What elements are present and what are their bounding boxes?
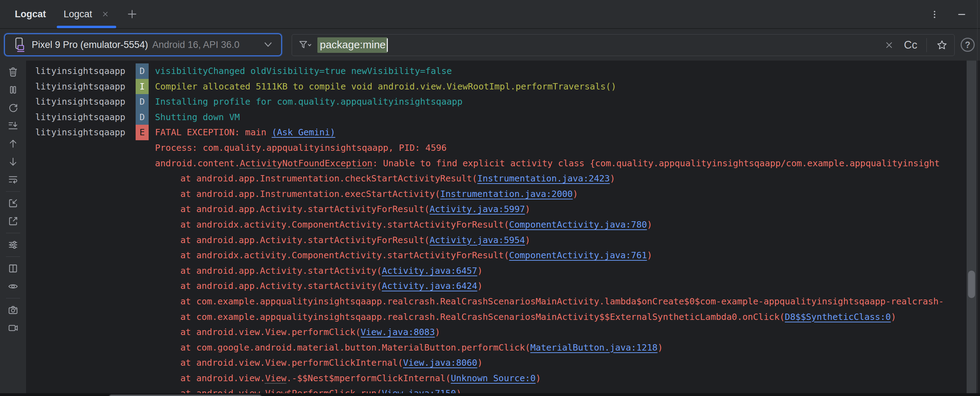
log-tag (26, 309, 135, 325)
take-screenshot-button[interactable] (7, 304, 19, 316)
log-text: at android.view. (180, 373, 265, 383)
kebab-menu-icon[interactable] (930, 8, 939, 21)
record-screen-button[interactable] (7, 322, 19, 334)
scroll-to-end-button[interactable] (7, 120, 19, 131)
log-view[interactable]: lityinsightsqaappDvisibilityChanged oldV… (26, 60, 980, 396)
match-case-button[interactable]: Cc (904, 39, 917, 51)
log-tag: lityinsightsqaapp (26, 79, 135, 94)
new-tab-button[interactable] (126, 8, 138, 20)
log-message: Compiler allocated 5111KB to compile voi… (149, 79, 980, 94)
log-text: at com.google.android.material.button.Ma… (180, 342, 530, 353)
clear-filter-icon[interactable] (884, 40, 894, 50)
log-text: at androidx.activity.ComponentActivity.s… (180, 250, 509, 260)
log-text: ) (535, 373, 541, 383)
log-tag (26, 202, 135, 217)
soft-wrap-button[interactable] (7, 174, 19, 185)
log-message: at com.google.android.material.button.Ma… (149, 340, 980, 355)
next-occurrence-button[interactable] (7, 156, 19, 167)
horizontal-scrollbar-thumb[interactable] (108, 394, 262, 396)
stacktrace-link[interactable]: Instrumentation.java:2423 (477, 173, 610, 184)
vertical-scrollbar-thumb[interactable] (968, 270, 975, 298)
stacktrace-link[interactable]: Activity.java:6424 (382, 281, 477, 291)
window-right-border (977, 0, 978, 396)
log-tag (26, 217, 135, 232)
stacktrace-link[interactable]: View.java:8083 (361, 327, 435, 337)
import-icon (7, 198, 19, 209)
log-text: visibilityChanged oldVisibility=true new… (155, 66, 452, 76)
log-level-empty (135, 217, 149, 232)
log-text: at android.app.Activity.startActivity( (180, 266, 382, 276)
split-panel-button[interactable] (7, 263, 19, 274)
log-message: Process: com.quality.appqualityinsightsq… (149, 140, 980, 156)
toggle-view-button[interactable] (7, 281, 19, 292)
sidebar (0, 60, 26, 393)
close-tab-icon[interactable] (102, 10, 109, 18)
device-selector[interactable]: Pixel 9 Pro (emulator-5554) Android 16, … (4, 33, 282, 56)
video-icon (7, 322, 19, 334)
stacktrace-link[interactable]: (Ask Gemini) (272, 127, 336, 137)
stacktrace-link[interactable]: Activity.java:5997 (430, 204, 525, 214)
help-button[interactable]: ? (961, 38, 975, 52)
log-level-empty (135, 340, 149, 355)
import-logs-button[interactable] (7, 198, 19, 209)
configure-options-button[interactable] (7, 239, 19, 250)
log-level-empty (135, 324, 149, 340)
stacktrace-link[interactable]: View.java:8060 (403, 358, 477, 368)
log-row: lityinsightsqaappEFATAL EXCEPTION: main … (26, 125, 980, 140)
stacktrace-link[interactable]: Activity.java:6457 (382, 266, 477, 276)
previous-occurrence-button[interactable] (7, 138, 19, 149)
log-message: at android.view.View.-$$Nest$mperformCli… (149, 371, 980, 386)
stacktrace-link[interactable]: Activity.java:5954 (430, 235, 525, 245)
log-message: at com.example.appqualityinsightsqaapp.r… (149, 294, 980, 309)
log-text: ) (610, 173, 615, 184)
filter-input[interactable]: package:mine Cc (292, 34, 955, 56)
log-tag: lityinsightsqaapp (26, 110, 135, 125)
divider (926, 38, 927, 52)
log-message: android.content.ActivityNotFoundExceptio… (149, 156, 980, 171)
log-row: at android.view.View.-$$Nest$mperformCli… (26, 371, 980, 386)
log-message: at com.example.appqualityinsightsqaapp.r… (149, 309, 980, 325)
log-level-empty (135, 309, 149, 325)
log-level-badge: D (135, 94, 149, 110)
filter-funnel-icon[interactable] (298, 39, 313, 51)
log-row: at android.app.Activity.startActivityFor… (26, 202, 980, 217)
log-text: ) (647, 250, 652, 260)
log-level-badge: I (135, 79, 149, 94)
device-phone-icon (13, 37, 26, 52)
clear-logcat-button[interactable] (7, 66, 19, 78)
tab-logcat[interactable]: Logcat (56, 0, 117, 28)
stacktrace-link[interactable]: MaterialButton.java:1218 (530, 342, 657, 353)
log-rows: lityinsightsqaappDvisibilityChanged oldV… (26, 64, 980, 396)
device-name: Pixel 9 Pro (emulator-5554) (32, 40, 148, 50)
logcat-toolbar: Pixel 9 Pro (emulator-5554) Android 16, … (0, 29, 980, 60)
arrow-down-icon (7, 156, 19, 167)
split-panel-icon (7, 263, 19, 274)
log-text: Installing profile for com.quality.appqu… (155, 97, 463, 107)
export-logs-button[interactable] (7, 216, 19, 227)
log-message: at android.app.Activity.startActivityFor… (149, 232, 980, 248)
log-row: at android.view.View.performClickInterna… (26, 355, 980, 371)
log-message: FATAL EXCEPTION: main (Ask Gemini) (149, 125, 980, 140)
pause-logcat-button[interactable] (7, 84, 19, 95)
stacktrace-link[interactable]: Instrumentation.java:2000 (440, 189, 573, 199)
log-text: Compiler allocated 5111KB to compile voi… (155, 81, 616, 92)
stacktrace-link[interactable]: ComponentActivity.java:761 (509, 250, 647, 260)
stacktrace-link[interactable]: Unknown Source:0 (451, 373, 536, 383)
stacktrace-link[interactable]: D8$$SyntheticClass:0 (785, 312, 891, 322)
stacktrace-link[interactable]: ComponentActivity.java:780 (509, 219, 647, 230)
restart-logcat-button[interactable] (7, 102, 19, 113)
log-text: Process: com.quality.appqualityinsightsq… (155, 143, 447, 153)
log-text: at android.view.View.performClickInterna… (180, 358, 403, 368)
log-row: lityinsightsqaappICompiler allocated 511… (26, 79, 980, 94)
favorite-star-icon[interactable] (936, 39, 948, 51)
log-text: at android.view.View.performClick( (180, 327, 361, 337)
tab-bar: Logcat Logcat (0, 0, 980, 29)
log-message: at android.app.Activity.startActivity(Ac… (149, 278, 980, 294)
log-row: Process: com.quality.appqualityinsightsq… (26, 140, 980, 156)
minimize-icon[interactable] (955, 10, 968, 19)
log-text: at android.app.Instrumentation.checkStar… (180, 173, 477, 184)
log-level-empty (135, 202, 149, 217)
log-row: lityinsightsqaappDShutting down VM (26, 110, 980, 125)
log-row: lityinsightsqaappDInstalling profile for… (26, 94, 980, 110)
log-text: at android.app.Activity.startActivity( (180, 281, 382, 291)
